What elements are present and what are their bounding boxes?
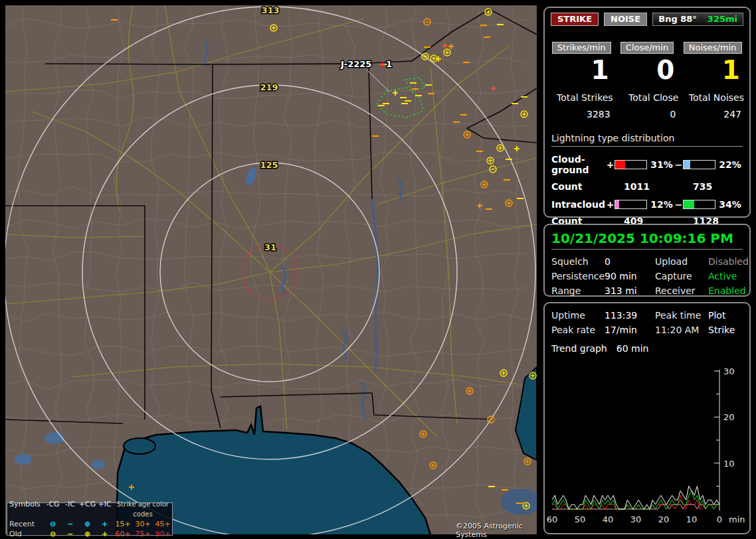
legend-symbol-glyph: + (96, 519, 113, 529)
stat-value: Plot (708, 310, 743, 321)
copyright-text: ©2005 Astrogenic Systems (456, 522, 537, 539)
plus-percentage: 12% (647, 199, 674, 210)
legend-row-label: Old (9, 529, 44, 539)
legend-column-header: -CG (44, 499, 62, 519)
x-axis-unit: min (729, 514, 745, 524)
map-legend: Symbols-CG-IC+CG+ICStrike age color code… (7, 502, 173, 536)
status-value: 0 (605, 256, 655, 267)
x-axis-tick-label: 20 (658, 514, 670, 524)
legend-column-header: -IC (62, 499, 78, 519)
stat-label: Peak time (655, 310, 708, 321)
noises-per-min-label: Noises/min (684, 42, 742, 54)
status-value: Enabled (708, 285, 749, 296)
minus-bar (683, 200, 715, 209)
strike-button[interactable]: STRIKE (551, 13, 599, 26)
legend-age-value: 30+ (133, 519, 153, 529)
range-ring-label: 313 (261, 5, 279, 15)
stat-value: 113:39 (605, 310, 655, 321)
lightning-distribution-section: Lightning type distribution Cloud-ground… (551, 133, 743, 226)
minus-percentage: 22% (715, 159, 743, 170)
legend-age-value: 75+ (133, 529, 153, 539)
trend-series-noise (552, 504, 719, 509)
total-noises-label: Total Noises (680, 92, 745, 103)
distribution-type-label: Intracloud (551, 199, 606, 210)
total-close-value: 0 (614, 109, 680, 119)
status-label: Persistence (551, 271, 605, 281)
legend-symbol-glyph: + (96, 529, 113, 539)
y-axis-tick-label: 20 (723, 412, 735, 422)
status-label: Receiver (655, 285, 708, 296)
strikes-rate: 1 (549, 56, 614, 84)
x-axis-tick-label: 40 (603, 514, 614, 524)
trend-series-intracloud (552, 491, 719, 509)
y-axis-tick-label: 10 (723, 459, 735, 469)
status-value: 90 min (605, 271, 655, 281)
legend-symbol-glyph: ⊕ (78, 529, 96, 539)
status-label: Capture (655, 271, 708, 281)
trend-graph-label: Trend graph (551, 343, 607, 354)
noise-button[interactable]: NOISE (604, 13, 647, 26)
noises-column: Noises/min 1 Total Noises 247 (680, 42, 745, 119)
plus-bar (614, 200, 647, 209)
storm-cell-id: J-2225 (340, 59, 371, 69)
count-label: Count (551, 181, 624, 192)
bearing-display: Bng 88° 325mi (652, 13, 743, 26)
datetime-display: 10/21/2025 10:09:16 PM (551, 230, 743, 250)
storm-cell-cross: + (379, 59, 386, 69)
x-axis-tick-label: 30 (630, 514, 642, 524)
status-value: Disabled (708, 256, 749, 267)
plus-bar (614, 160, 647, 169)
range-ring-label: 31 (264, 242, 276, 252)
trend-graph: 1020306050403020100min (547, 364, 750, 532)
total-strikes-value: 3283 (549, 109, 614, 119)
legend-symbol-glyph: ⊖ (44, 519, 62, 529)
strike-counters-panel: STRIKE NOISE Bng 88° 325mi Strikes/min 1… (543, 7, 751, 218)
total-close-label: Total Close (614, 92, 680, 103)
distribution-type-label: Cloud-ground (551, 154, 606, 175)
app-window: 31321912531J-2225+1 Symbols-CG-IC+CG+ICS… (0, 0, 756, 539)
total-noises-value: 247 (680, 109, 745, 119)
strikes-column: Strikes/min 1 Total Strikes 3283 (549, 42, 614, 119)
legend-age-value: 45+ (153, 519, 173, 529)
legend-row-label: Recent (9, 519, 44, 529)
close-per-min-label: Close/min (620, 42, 674, 54)
map-canvas[interactable]: 31321912531J-2225+1 (5, 5, 537, 534)
legend-age-value: 15+ (113, 519, 133, 529)
status-label: Range (551, 285, 605, 296)
range-ring-label: 219 (260, 82, 278, 92)
trend-series-cloud-ground (552, 495, 719, 509)
storm-cell-count: 1 (386, 59, 392, 69)
noises-rate: 1 (680, 56, 745, 84)
stat-label: Peak rate (551, 325, 605, 335)
distribution-row: Intracloud + 12% − 34% (551, 199, 743, 210)
lightning-map[interactable]: 31321912531J-2225+1 Symbols-CG-IC+CG+ICS… (5, 5, 537, 534)
close-rate: 0 (614, 56, 680, 84)
bearing-value: Bng 88° (658, 14, 697, 24)
distribution-title: Lightning type distribution (551, 133, 743, 147)
plus-sign: + (606, 199, 614, 210)
plus-percentage: 31% (647, 159, 674, 170)
range-ring-label: 125 (260, 160, 278, 170)
legend-symbols-header: Symbols (9, 499, 44, 519)
y-axis-tick-label: 30 (723, 366, 735, 376)
distance-value: 325mi (708, 14, 737, 24)
minus-sign: − (674, 199, 683, 210)
x-axis-tick-label: 60 (547, 514, 557, 524)
legend-age-header: Strike age color codes (113, 499, 173, 519)
stat-value: 17/min (605, 325, 655, 335)
legend-symbol-glyph: ⊖ (44, 529, 62, 539)
legend-age-value: 90+ (153, 529, 173, 539)
x-axis-tick-label: 50 (575, 514, 586, 524)
plus-sign: + (606, 159, 614, 170)
distribution-count-row: Count 1011 735 (551, 181, 743, 192)
legend-age-value: 60+ (113, 529, 133, 539)
legend-column-header: +IC (96, 499, 113, 519)
minus-sign: − (674, 159, 683, 170)
stat-value: Strike (708, 325, 743, 335)
legend-symbol-glyph: ⊕ (78, 519, 96, 529)
stat-label: Uptime (551, 310, 605, 321)
status-label: Squelch (551, 256, 605, 267)
x-axis-tick-label: 0 (717, 514, 722, 524)
status-value: 313 mi (605, 285, 655, 296)
legend-symbol-glyph: − (62, 529, 78, 539)
